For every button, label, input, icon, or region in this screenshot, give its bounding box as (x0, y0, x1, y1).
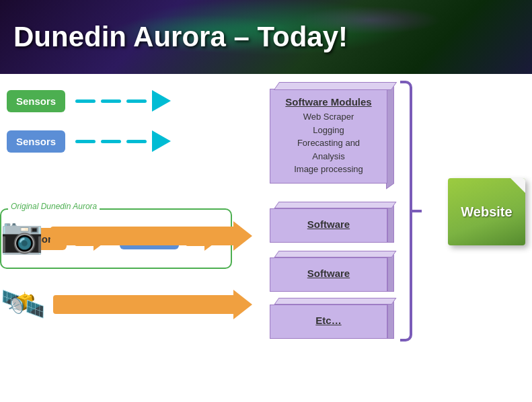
sensor-box-1: Sensors (7, 90, 65, 112)
satellite-arrow-body (53, 295, 233, 314)
sensor-row-2: Sensors (7, 124, 249, 158)
block-1-item-4: Analysis (278, 150, 379, 163)
dash-1c (126, 99, 147, 103)
block-2: Software (270, 202, 387, 243)
block-1-item-2: Logging (278, 124, 379, 137)
dashed-arrow-2 (75, 130, 249, 152)
satellite-arrow-head (233, 290, 252, 319)
bracket-connector (411, 210, 422, 212)
block-3-container: Software (270, 251, 401, 292)
block-1: Software Modules Web Scraper Logging For… (270, 81, 387, 184)
dash-2c (126, 140, 147, 143)
block-4-front: Etc… (270, 305, 387, 339)
block-2-front: Software (270, 208, 387, 243)
satellite-icon: 🛰️ (0, 282, 46, 326)
camera-arrow-body (50, 227, 233, 245)
block-1-container: Software Modules Web Scraper Logging For… (270, 81, 401, 184)
block-4-container: Etc… (270, 298, 401, 339)
dash-2a (75, 140, 96, 143)
satellite-arrow (53, 290, 252, 319)
slide: Dunedin Aurora – Today! Sensors Sensors (0, 0, 532, 402)
block-2-top (274, 202, 396, 208)
camera-arrow-head (233, 221, 252, 251)
dashed-arrow-1 (75, 90, 249, 112)
dash-1b (101, 99, 121, 103)
block-1-item-5: Image processing (278, 163, 379, 176)
block-1-items: Web Scraper Logging Forecasting and Anal… (278, 110, 379, 176)
content-area: Sensors Sensors Original Dunedin Aurora … (0, 77, 532, 402)
block-3-front: Software (270, 257, 387, 292)
sensor-row-1: Sensors (7, 84, 249, 118)
block-2-container: Software (270, 202, 401, 243)
block-2-title: Software (278, 218, 379, 230)
dash-1a (75, 99, 96, 103)
block-3-top (274, 251, 396, 257)
block-1-item-1: Web Scraper (278, 110, 379, 124)
block-4: Etc… (270, 298, 387, 339)
block-1-top (274, 82, 397, 90)
arrow-head-2 (152, 130, 171, 152)
camera-row: 📷 (0, 215, 252, 256)
block-1-title: Software Modules (278, 96, 379, 108)
block-4-title: Etc… (278, 315, 379, 326)
dash-2b (101, 140, 121, 143)
arrow-head-1 (152, 90, 171, 112)
camera-arrow (50, 221, 252, 251)
website-fold-corner (510, 178, 525, 193)
bracket (400, 81, 412, 341)
header-banner: Dunedin Aurora – Today! (0, 0, 532, 74)
header-title: Dunedin Aurora – Today! (13, 21, 348, 53)
block-4-top (274, 298, 396, 305)
original-aurora-label: Original Dunedin Aurora (8, 202, 100, 211)
sensor-box-2: Sensors (7, 130, 65, 153)
satellite-row: 🛰️ (0, 282, 252, 326)
block-1-front: Software Modules Web Scraper Logging For… (270, 89, 387, 184)
camera-icon: 📷 (0, 215, 44, 256)
website-label: Website (461, 204, 512, 220)
block-1-item-3: Forecasting and (278, 136, 379, 150)
website-box: Website (448, 178, 525, 245)
block-3-title: Software (278, 268, 379, 279)
block-3: Software (270, 251, 387, 292)
